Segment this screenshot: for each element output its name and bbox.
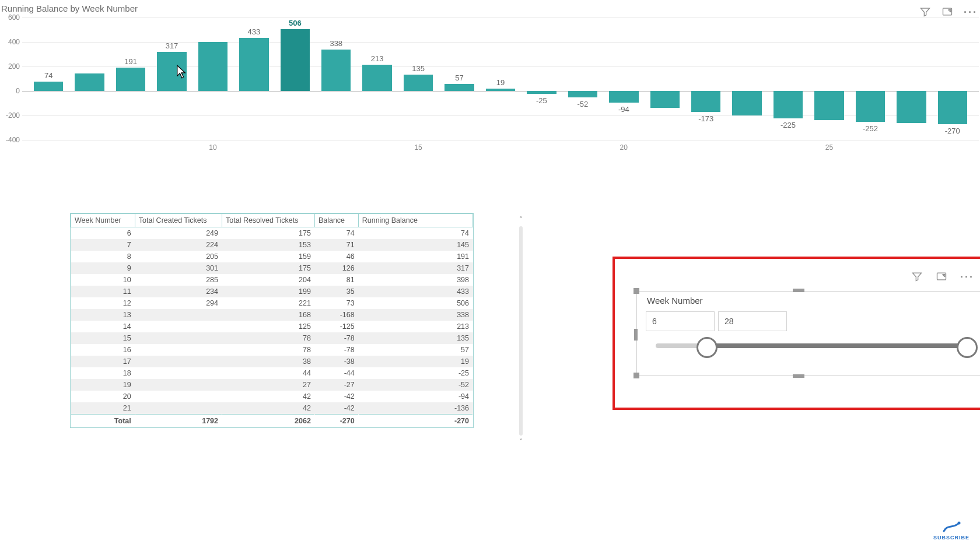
bar-week-12[interactable] <box>281 29 310 91</box>
chart-plot-area[interactable]: -400-20002004006007419131743350633821313… <box>22 17 979 152</box>
table-row[interactable]: 1844-44-25 <box>71 367 473 379</box>
table-cell: 18 <box>71 367 135 379</box>
bar-label: 213 <box>371 54 384 63</box>
table-cell: 35 <box>314 286 358 297</box>
bar-week-19[interactable] <box>568 91 597 97</box>
table-cell: 46 <box>314 251 358 262</box>
scroll-track[interactable] <box>519 226 523 436</box>
table-cell: 17 <box>71 356 135 367</box>
table-cell: -136 <box>358 402 473 415</box>
bar-week-21[interactable] <box>650 91 680 108</box>
bar-week-9[interactable] <box>157 52 186 91</box>
table-total-cell: Total <box>71 415 135 428</box>
bar-week-28[interactable] <box>938 91 967 124</box>
resize-handle-sw[interactable] <box>634 373 639 378</box>
resize-handle-nw[interactable] <box>634 288 639 294</box>
bar-week-11[interactable] <box>239 38 268 91</box>
table-row[interactable]: 1123419935433 <box>71 286 473 297</box>
table-header[interactable]: Running Balance <box>358 214 473 227</box>
bar-week-25[interactable] <box>814 91 844 120</box>
more-options-icon[interactable]: ··· <box>960 271 974 283</box>
scroll-down-icon[interactable]: ˅ <box>516 438 526 446</box>
bar-week-17[interactable] <box>486 89 515 91</box>
table-cell: 12 <box>71 297 135 309</box>
table-row[interactable]: 13168-168338 <box>71 309 473 321</box>
bar-week-22[interactable] <box>691 91 720 112</box>
bar-week-27[interactable] <box>897 91 926 123</box>
table-cell: 21 <box>71 402 135 415</box>
table-row[interactable]: 1678-7857 <box>71 344 473 356</box>
focus-mode-icon[interactable] <box>936 271 947 284</box>
table-scrollbar[interactable]: ˄ ˅ <box>516 216 526 446</box>
table-header[interactable]: Balance <box>314 214 358 227</box>
table-row[interactable]: 820515946191 <box>71 251 473 262</box>
slider-thumb-max[interactable] <box>957 337 978 358</box>
x-axis-tick: 25 <box>825 143 833 152</box>
table-cell: 14 <box>71 321 135 332</box>
bar-week-24[interactable] <box>774 91 803 118</box>
table-header[interactable]: Week Number <box>71 214 135 227</box>
table-cell: 213 <box>358 321 473 332</box>
table-total-cell: -270 <box>314 415 358 428</box>
table-cell: -27 <box>314 379 358 391</box>
table-row[interactable]: 1229422173506 <box>71 297 473 309</box>
table-row[interactable]: 2042-42-94 <box>71 391 473 402</box>
table-cell: 73 <box>314 297 358 309</box>
bar-week-8[interactable] <box>116 68 145 91</box>
table-cell: 191 <box>358 251 473 262</box>
resize-handle-n[interactable] <box>793 289 804 292</box>
resize-handle-s[interactable] <box>793 374 804 378</box>
scroll-up-icon[interactable]: ˄ <box>516 216 526 224</box>
slicer-title: Week Number <box>647 296 703 306</box>
y-axis-tick: 400 <box>1 38 20 46</box>
bar-week-26[interactable] <box>856 91 885 122</box>
table-row[interactable]: 62491757474 <box>71 227 473 240</box>
bar-week-16[interactable] <box>444 84 474 91</box>
table-row[interactable]: 1738-3819 <box>71 356 473 367</box>
table-cell: 153 <box>222 239 315 251</box>
table-cell: -42 <box>314 391 358 402</box>
more-options-icon[interactable]: ··· <box>964 6 978 19</box>
table-header[interactable]: Total Resolved Tickets <box>222 214 315 227</box>
table-cell: 74 <box>358 227 473 240</box>
table-cell: 44 <box>222 367 315 379</box>
bar-label: -52 <box>577 100 588 108</box>
table-cell: 71 <box>314 239 358 251</box>
bar-week-14[interactable] <box>362 65 391 91</box>
gridline <box>22 17 979 18</box>
slicer-visual-selected[interactable]: ··· Week Number <box>612 257 980 410</box>
bar-week-7[interactable] <box>75 73 104 91</box>
bar-week-23[interactable] <box>732 91 761 115</box>
resize-handle-w[interactable] <box>634 329 638 341</box>
table-cell: 159 <box>222 251 315 262</box>
bar-week-15[interactable] <box>404 75 433 91</box>
slicer-min-input[interactable] <box>646 311 715 331</box>
bar-week-13[interactable] <box>321 50 351 91</box>
slicer-max-input[interactable] <box>718 311 787 331</box>
table-row[interactable]: 14125-125213 <box>71 321 473 332</box>
table-row[interactable]: 1028520481398 <box>71 274 473 286</box>
table-cell: 249 <box>135 227 222 240</box>
bar-week-10[interactable] <box>198 42 228 91</box>
table-cell: -78 <box>314 332 358 344</box>
table-cell <box>135 332 222 344</box>
bar-label: 317 <box>166 41 178 50</box>
table-row[interactable]: 2142-42-136 <box>71 402 473 415</box>
table-cell: 205 <box>135 251 222 262</box>
table-header[interactable]: Total Created Tickets <box>135 214 222 227</box>
table-row[interactable]: 722415371145 <box>71 239 473 251</box>
table-row[interactable]: 1927-27-52 <box>71 379 473 391</box>
table-cell: 8 <box>71 251 135 262</box>
table-cell: 78 <box>222 344 315 356</box>
y-axis-tick: 200 <box>1 62 20 71</box>
table-row[interactable]: 9301175126317 <box>71 262 473 274</box>
table-cell <box>135 367 222 379</box>
bar-week-6[interactable] <box>34 82 63 91</box>
table-row[interactable]: 1578-78135 <box>71 332 473 344</box>
bar-week-18[interactable] <box>527 91 556 94</box>
bar-label: -173 <box>698 114 713 123</box>
table-cell: -94 <box>358 391 473 402</box>
filter-icon[interactable] <box>911 271 923 284</box>
slider-thumb-min[interactable] <box>696 337 718 358</box>
bar-week-20[interactable] <box>609 91 638 103</box>
